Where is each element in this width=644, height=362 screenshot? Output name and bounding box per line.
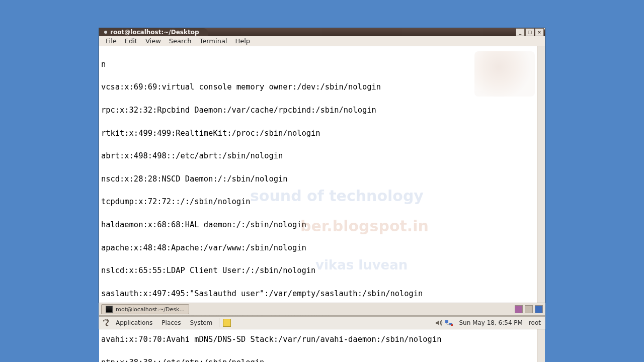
- window-title: root@localhost:~/Desktop: [110, 29, 199, 36]
- title-bullet-icon: [104, 31, 107, 34]
- panel-applications[interactable]: Applications: [112, 318, 156, 327]
- window-titlebar[interactable]: root@localhost:~/Desktop _ □ ×: [99, 28, 545, 36]
- workspace-3[interactable]: [535, 305, 543, 313]
- close-button[interactable]: ×: [535, 28, 544, 36]
- term-line: apache:x:48:48:Apache:/var/www:/sbin/nol…: [101, 242, 535, 254]
- svg-rect-2: [451, 324, 453, 326]
- window-buttons: _ □ ×: [516, 28, 545, 36]
- panel-places[interactable]: Places: [158, 318, 184, 327]
- term-line: tcpdump:x:72:72::/:/sbin/nologin: [101, 196, 535, 208]
- term-line: haldaemon:x:68:68:HAL daemon:/:/sbin/nol…: [101, 219, 535, 231]
- gnome-panel: Applications Places System Sun May 18, 6…: [99, 316, 545, 329]
- menu-bar: File Edit View Search Terminal Help: [99, 36, 545, 46]
- network-icon[interactable]: [445, 319, 453, 327]
- term-line: abrt:x:498:498::/etc/abrt:/sbin/nologin: [101, 150, 535, 162]
- panel-system[interactable]: System: [186, 318, 216, 327]
- term-line: avahi:x:70:70:Avahi mDNS/DNS-SD Stack:/v…: [101, 334, 535, 345]
- user-menu[interactable]: root: [529, 319, 542, 326]
- workspace-2[interactable]: [525, 305, 533, 313]
- terminal-icon: [106, 306, 113, 313]
- window-list-bar: root@localhost:~/Desk...: [99, 303, 545, 316]
- term-line: vcsa:x:69:69:virtual console memory owne…: [101, 81, 535, 93]
- menu-help[interactable]: Help: [231, 36, 254, 46]
- panel-separator: [219, 318, 220, 327]
- minimize-button[interactable]: _: [516, 28, 525, 36]
- sticky-notes-icon[interactable]: [223, 319, 231, 327]
- term-line: nslcd:x:65:55:LDAP Client User:/:/sbin/n…: [101, 265, 535, 277]
- taskbar-entry-terminal[interactable]: root@localhost:~/Desk...: [101, 304, 189, 314]
- volume-icon[interactable]: [435, 319, 443, 327]
- menu-search[interactable]: Search: [166, 36, 195, 46]
- term-line: saslauth:x:497:495:"Saslauthd user":/var…: [101, 288, 535, 300]
- svg-rect-0: [445, 320, 448, 323]
- gnome-foot-icon[interactable]: [102, 319, 110, 327]
- maximize-button[interactable]: □: [525, 28, 534, 36]
- clock[interactable]: Sun May 18, 6:54 PM: [459, 319, 523, 326]
- title-tab: root@localhost:~/Desktop: [99, 28, 208, 36]
- menu-file[interactable]: File: [102, 36, 120, 46]
- term-line: n: [101, 59, 535, 70]
- term-line: ntp:x:38:38::/etc/ntp:/sbin/nologin: [101, 357, 535, 362]
- term-line: rtkit:x:499:499:RealtimeKit:/proc:/sbin/…: [101, 128, 535, 139]
- taskbar-entry-label: root@localhost:~/Desk...: [116, 306, 185, 313]
- menu-edit[interactable]: Edit: [121, 36, 141, 46]
- workspace-1[interactable]: [515, 305, 523, 313]
- term-line: rpc:x:32:32:Rpcbind Daemon:/var/cache/rp…: [101, 105, 535, 116]
- term-line: nscd:x:28:28:NSCD Daemon:/:/sbin/nologin: [101, 173, 535, 185]
- menu-view[interactable]: View: [142, 36, 165, 46]
- menu-terminal[interactable]: Terminal: [196, 36, 231, 46]
- workspace-switcher[interactable]: [515, 305, 543, 313]
- terminal-window: root@localhost:~/Desktop _ □ × File Edit…: [99, 28, 545, 316]
